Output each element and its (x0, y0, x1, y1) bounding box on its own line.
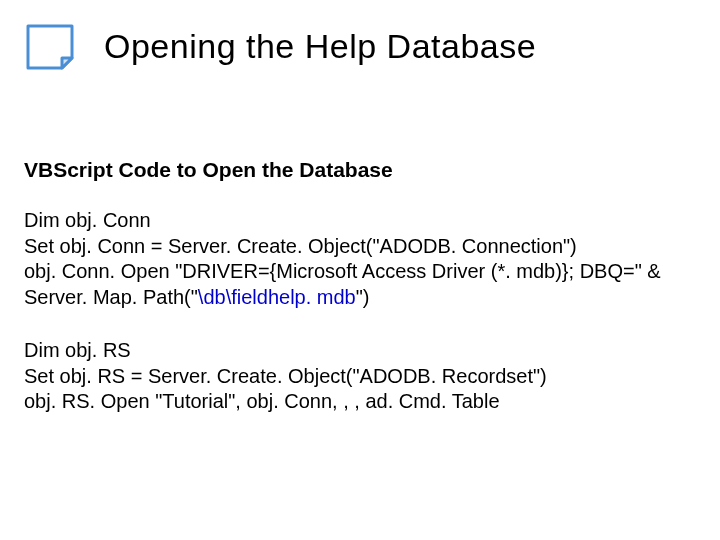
code-line: Dim obj. RS (24, 338, 696, 364)
section-heading: VBScript Code to Open the Database (24, 158, 393, 182)
code-line: Set obj. Conn = Server. Create. Object("… (24, 234, 696, 260)
note-icon (18, 18, 82, 74)
slide-header: Opening the Help Database (0, 18, 720, 74)
code-block-rs: Dim obj. RS Set obj. RS = Server. Create… (24, 338, 696, 415)
code-block-conn: Dim obj. Conn Set obj. Conn = Server. Cr… (24, 208, 696, 310)
code-text: ") (356, 286, 370, 308)
code-path-literal: \db\fieldhelp. mdb (198, 286, 356, 308)
code-line: obj. Conn. Open "DRIVER={Microsoft Acces… (24, 259, 696, 310)
code-line: Set obj. RS = Server. Create. Object("AD… (24, 364, 696, 390)
code-line: obj. RS. Open "Tutorial", obj. Conn, , ,… (24, 389, 696, 415)
code-line: Dim obj. Conn (24, 208, 696, 234)
slide-title: Opening the Help Database (104, 27, 536, 66)
slide: Opening the Help Database VBScript Code … (0, 0, 720, 540)
